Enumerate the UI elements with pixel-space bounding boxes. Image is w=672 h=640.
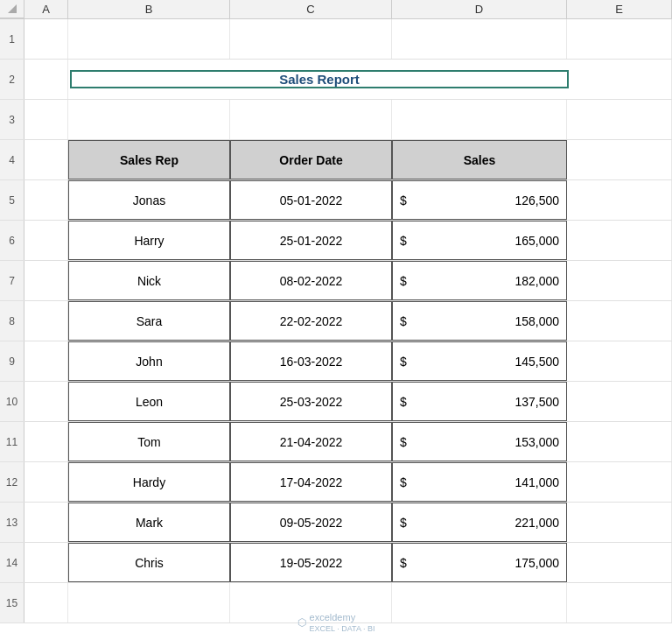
cell-a4[interactable] (24, 140, 68, 179)
cell-e9[interactable] (567, 341, 672, 381)
cell-d15[interactable] (392, 583, 567, 622)
dollar-sign-11: $ (400, 435, 407, 449)
cell-d12[interactable]: $ 141,000 (392, 462, 567, 502)
row-header-10: 10 (0, 382, 24, 421)
cell-c7[interactable]: 08-02-2022 (230, 261, 392, 300)
cell-b1[interactable] (68, 19, 230, 59)
cell-d6[interactable]: $ 165,000 (392, 221, 567, 260)
dollar-sign-14: $ (400, 556, 407, 570)
cell-d3[interactable] (392, 100, 567, 139)
row-header-9: 9 (0, 341, 24, 381)
dollar-sign-8: $ (400, 314, 407, 328)
header-order-date: Order Date (230, 140, 392, 179)
cell-e13[interactable] (567, 503, 672, 542)
cell-c14[interactable]: 19-05-2022 (230, 543, 392, 582)
cell-d13[interactable]: $ 221,000 (392, 503, 567, 542)
cell-d5[interactable]: $ 126,500 (392, 180, 567, 220)
cell-d9[interactable]: $ 145,500 (392, 341, 567, 381)
row-header-15: 15 (0, 583, 24, 622)
watermark-text: exceldemyEXCEL · DATA · BI (310, 612, 375, 633)
cell-b7[interactable]: Nick (68, 261, 230, 300)
cell-e2[interactable] (567, 60, 672, 99)
svg-marker-0 (8, 4, 17, 13)
cell-c13[interactable]: 09-05-2022 (230, 503, 392, 542)
cell-c10[interactable]: 25-03-2022 (230, 382, 392, 421)
row-header-5: 5 (0, 180, 24, 220)
amount-8: 158,000 (410, 314, 563, 328)
amount-13: 221,000 (410, 516, 563, 530)
cell-a11[interactable] (24, 422, 68, 461)
dollar-sign-13: $ (400, 516, 407, 530)
cell-b11[interactable]: Tom (68, 422, 230, 461)
cell-a12[interactable] (24, 462, 68, 502)
cell-e12[interactable] (567, 462, 672, 502)
cell-d14[interactable]: $ 175,000 (392, 543, 567, 582)
watermark: ⬡ exceldemyEXCEL · DATA · BI (298, 612, 375, 633)
dollar-sign-12: $ (400, 475, 407, 489)
row-header-2: 2 (0, 60, 24, 99)
cell-e14[interactable] (567, 543, 672, 582)
cell-a6[interactable] (24, 221, 68, 260)
cell-a3[interactable] (24, 100, 68, 139)
row-2: 2 Sales Report (0, 60, 672, 100)
cell-e6[interactable] (567, 221, 672, 260)
row-header-14: 14 (0, 543, 24, 582)
cell-c9[interactable]: 16-03-2022 (230, 341, 392, 381)
cell-e3[interactable] (567, 100, 672, 139)
cell-e1[interactable] (567, 19, 672, 59)
cell-c3[interactable] (230, 100, 392, 139)
dollar-sign-5: $ (400, 193, 407, 207)
cell-b15[interactable] (68, 583, 230, 622)
amount-12: 141,000 (410, 475, 563, 489)
watermark-icon: ⬡ (298, 616, 306, 629)
cell-c6[interactable]: 25-01-2022 (230, 221, 392, 260)
cell-e4[interactable] (567, 140, 672, 179)
cell-b9[interactable]: John (68, 341, 230, 381)
cell-d7[interactable]: $ 182,000 (392, 261, 567, 300)
row-10: 10 Leon 25-03-2022 $ 137,500 (0, 382, 672, 422)
cell-a15[interactable] (24, 583, 68, 622)
title-cell[interactable]: Sales Report (70, 70, 569, 88)
cell-a1[interactable] (24, 19, 68, 59)
row-13: 13 Mark 09-05-2022 $ 221,000 (0, 503, 672, 543)
row-header-1: 1 (0, 19, 24, 59)
cell-b8[interactable]: Sara (68, 301, 230, 341)
cell-e7[interactable] (567, 261, 672, 300)
amount-7: 182,000 (410, 274, 563, 288)
cell-c5[interactable]: 05-01-2022 (230, 180, 392, 220)
cell-a8[interactable] (24, 301, 68, 341)
cell-a9[interactable] (24, 341, 68, 381)
cell-b5[interactable]: Jonas (68, 180, 230, 220)
amount-14: 175,000 (410, 556, 563, 570)
cell-c12[interactable]: 17-04-2022 (230, 462, 392, 502)
cell-b10[interactable]: Leon (68, 382, 230, 421)
dollar-sign-9: $ (400, 355, 407, 369)
cell-c1[interactable] (230, 19, 392, 59)
col-header-c: C (230, 0, 392, 18)
cell-e11[interactable] (567, 422, 672, 461)
cell-d10[interactable]: $ 137,500 (392, 382, 567, 421)
cell-c11[interactable]: 21-04-2022 (230, 422, 392, 461)
cell-b14[interactable]: Chris (68, 543, 230, 582)
cell-d11[interactable]: $ 153,000 (392, 422, 567, 461)
cell-a2[interactable] (24, 60, 68, 99)
cell-b12[interactable]: Hardy (68, 462, 230, 502)
cell-a7[interactable] (24, 261, 68, 300)
dollar-sign-7: $ (400, 274, 407, 288)
cell-b3[interactable] (68, 100, 230, 139)
cell-a13[interactable] (24, 503, 68, 542)
row-8: 8 Sara 22-02-2022 $ 158,000 (0, 301, 672, 341)
cell-b6[interactable]: Harry (68, 221, 230, 260)
cell-c8[interactable]: 22-02-2022 (230, 301, 392, 341)
cell-e5[interactable] (567, 180, 672, 220)
cell-a5[interactable] (24, 180, 68, 220)
cell-d1[interactable] (392, 19, 567, 59)
cell-e10[interactable] (567, 382, 672, 421)
cell-e15[interactable] (567, 583, 672, 622)
cell-d8[interactable]: $ 158,000 (392, 301, 567, 341)
cell-e8[interactable] (567, 301, 672, 341)
cell-a10[interactable] (24, 382, 68, 421)
cell-b13[interactable]: Mark (68, 503, 230, 542)
cell-a14[interactable] (24, 543, 68, 582)
amount-5: 126,500 (410, 193, 563, 207)
